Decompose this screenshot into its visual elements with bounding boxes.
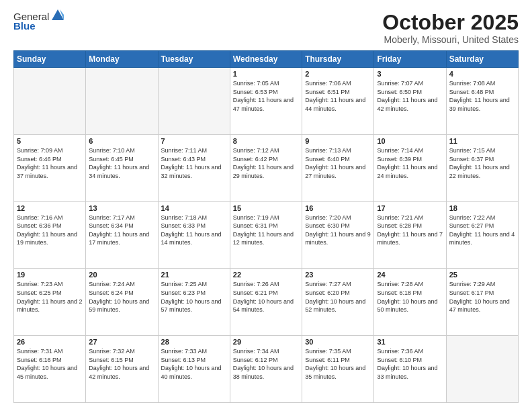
table-row: 23Sunrise: 7:27 AM Sunset: 6:20 PM Dayli… [302, 269, 374, 336]
day-number: 30 [305, 338, 371, 346]
calendar-week-3: 12Sunrise: 7:16 AM Sunset: 6:36 PM Dayli… [14, 201, 519, 269]
title-month: October 2025 [382, 11, 519, 34]
day-number: 9 [305, 137, 371, 145]
table-row: 11Sunrise: 7:15 AM Sunset: 6:37 PM Dayli… [446, 134, 518, 201]
day-info: Sunrise: 7:27 AM Sunset: 6:20 PM Dayligh… [305, 280, 371, 314]
day-info: Sunrise: 7:05 AM Sunset: 6:53 PM Dayligh… [233, 79, 299, 113]
day-info: Sunrise: 7:20 AM Sunset: 6:30 PM Dayligh… [305, 214, 371, 247]
day-info: Sunrise: 7:33 AM Sunset: 6:13 PM Dayligh… [161, 347, 227, 381]
col-sunday: Sunday [14, 51, 86, 68]
table-row: 24Sunrise: 7:28 AM Sunset: 6:18 PM Dayli… [374, 269, 446, 336]
day-number: 19 [17, 271, 83, 279]
col-wednesday: Wednesday [230, 51, 302, 68]
day-number: 7 [161, 137, 227, 145]
col-friday: Friday [374, 51, 446, 68]
day-info: Sunrise: 7:29 AM Sunset: 6:17 PM Dayligh… [449, 280, 515, 314]
day-number: 22 [233, 271, 299, 279]
col-thursday: Thursday [302, 51, 374, 68]
logo-icon [50, 8, 65, 23]
day-info: Sunrise: 7:28 AM Sunset: 6:18 PM Dayligh… [377, 280, 443, 314]
day-info: Sunrise: 7:24 AM Sunset: 6:24 PM Dayligh… [89, 280, 154, 314]
table-row: 16Sunrise: 7:20 AM Sunset: 6:30 PM Dayli… [302, 201, 374, 269]
table-row [158, 68, 230, 135]
logo-blue-text: Blue [13, 20, 36, 32]
day-info: Sunrise: 7:31 AM Sunset: 6:16 PM Dayligh… [17, 347, 83, 381]
table-row [14, 68, 86, 135]
table-row: 26Sunrise: 7:31 AM Sunset: 6:16 PM Dayli… [14, 336, 86, 403]
page: General Blue October 2025 Moberly, Misso… [0, 0, 532, 411]
day-info: Sunrise: 7:07 AM Sunset: 6:50 PM Dayligh… [377, 79, 443, 113]
table-row: 14Sunrise: 7:18 AM Sunset: 6:33 PM Dayli… [158, 201, 230, 269]
table-row [446, 336, 518, 403]
day-info: Sunrise: 7:14 AM Sunset: 6:39 PM Dayligh… [377, 146, 443, 180]
table-row: 25Sunrise: 7:29 AM Sunset: 6:17 PM Dayli… [446, 269, 518, 336]
table-row: 3Sunrise: 7:07 AM Sunset: 6:50 PM Daylig… [374, 68, 446, 135]
day-number: 31 [377, 338, 443, 346]
day-number: 26 [17, 338, 83, 346]
table-row: 4Sunrise: 7:08 AM Sunset: 6:48 PM Daylig… [446, 68, 518, 135]
day-number: 12 [17, 204, 83, 212]
day-number: 5 [17, 137, 83, 145]
day-number: 17 [377, 204, 443, 212]
day-info: Sunrise: 7:11 AM Sunset: 6:43 PM Dayligh… [161, 146, 227, 180]
table-row: 30Sunrise: 7:35 AM Sunset: 6:11 PM Dayli… [302, 336, 374, 403]
day-number: 8 [233, 137, 299, 145]
day-info: Sunrise: 7:35 AM Sunset: 6:11 PM Dayligh… [305, 347, 371, 381]
calendar-week-4: 19Sunrise: 7:23 AM Sunset: 6:25 PM Dayli… [14, 269, 519, 336]
table-row: 20Sunrise: 7:24 AM Sunset: 6:24 PM Dayli… [86, 269, 158, 336]
day-info: Sunrise: 7:17 AM Sunset: 6:34 PM Dayligh… [89, 214, 154, 247]
day-number: 25 [449, 271, 515, 279]
table-row: 27Sunrise: 7:32 AM Sunset: 6:15 PM Dayli… [86, 336, 158, 403]
day-number: 13 [89, 204, 154, 212]
day-info: Sunrise: 7:16 AM Sunset: 6:36 PM Dayligh… [17, 214, 83, 247]
calendar-week-5: 26Sunrise: 7:31 AM Sunset: 6:16 PM Dayli… [14, 336, 519, 403]
table-row: 18Sunrise: 7:22 AM Sunset: 6:27 PM Dayli… [446, 201, 518, 269]
table-row: 9Sunrise: 7:13 AM Sunset: 6:40 PM Daylig… [302, 134, 374, 201]
col-saturday: Saturday [446, 51, 518, 68]
calendar-week-1: 1Sunrise: 7:05 AM Sunset: 6:53 PM Daylig… [14, 68, 519, 135]
day-number: 4 [449, 70, 515, 78]
day-number: 23 [305, 271, 371, 279]
col-monday: Monday [86, 51, 158, 68]
day-info: Sunrise: 7:19 AM Sunset: 6:31 PM Dayligh… [233, 214, 299, 247]
day-number: 27 [89, 338, 154, 346]
day-info: Sunrise: 7:10 AM Sunset: 6:45 PM Dayligh… [89, 146, 154, 180]
day-info: Sunrise: 7:09 AM Sunset: 6:46 PM Dayligh… [17, 146, 83, 180]
day-number: 18 [449, 204, 515, 212]
day-info: Sunrise: 7:22 AM Sunset: 6:27 PM Dayligh… [449, 214, 515, 247]
day-info: Sunrise: 7:25 AM Sunset: 6:23 PM Dayligh… [161, 280, 227, 314]
table-row: 10Sunrise: 7:14 AM Sunset: 6:39 PM Dayli… [374, 134, 446, 201]
day-info: Sunrise: 7:34 AM Sunset: 6:12 PM Dayligh… [233, 347, 299, 381]
day-info: Sunrise: 7:32 AM Sunset: 6:15 PM Dayligh… [89, 347, 154, 381]
day-number: 11 [449, 137, 515, 145]
table-row: 13Sunrise: 7:17 AM Sunset: 6:34 PM Dayli… [86, 201, 158, 269]
table-row: 28Sunrise: 7:33 AM Sunset: 6:13 PM Dayli… [158, 336, 230, 403]
day-info: Sunrise: 7:06 AM Sunset: 6:51 PM Dayligh… [305, 79, 371, 113]
day-number: 14 [161, 204, 227, 212]
col-tuesday: Tuesday [158, 51, 230, 68]
day-info: Sunrise: 7:36 AM Sunset: 6:10 PM Dayligh… [377, 347, 443, 381]
table-row: 5Sunrise: 7:09 AM Sunset: 6:46 PM Daylig… [14, 134, 86, 201]
day-info: Sunrise: 7:12 AM Sunset: 6:42 PM Dayligh… [233, 146, 299, 180]
table-row: 31Sunrise: 7:36 AM Sunset: 6:10 PM Dayli… [374, 336, 446, 403]
day-number: 28 [161, 338, 227, 346]
table-row: 15Sunrise: 7:19 AM Sunset: 6:31 PM Dayli… [230, 201, 302, 269]
day-info: Sunrise: 7:21 AM Sunset: 6:28 PM Dayligh… [377, 214, 443, 247]
calendar-header-row: Sunday Monday Tuesday Wednesday Thursday… [14, 51, 519, 68]
day-number: 29 [233, 338, 299, 346]
day-number: 6 [89, 137, 154, 145]
table-row: 19Sunrise: 7:23 AM Sunset: 6:25 PM Dayli… [14, 269, 86, 336]
day-info: Sunrise: 7:15 AM Sunset: 6:37 PM Dayligh… [449, 146, 515, 180]
logo: General Blue [13, 11, 65, 32]
day-number: 3 [377, 70, 443, 78]
day-number: 20 [89, 271, 154, 279]
table-row: 7Sunrise: 7:11 AM Sunset: 6:43 PM Daylig… [158, 134, 230, 201]
day-info: Sunrise: 7:23 AM Sunset: 6:25 PM Dayligh… [17, 280, 83, 314]
calendar-week-2: 5Sunrise: 7:09 AM Sunset: 6:46 PM Daylig… [14, 134, 519, 201]
day-number: 24 [377, 271, 443, 279]
table-row: 2Sunrise: 7:06 AM Sunset: 6:51 PM Daylig… [302, 68, 374, 135]
day-info: Sunrise: 7:08 AM Sunset: 6:48 PM Dayligh… [449, 79, 515, 113]
table-row: 17Sunrise: 7:21 AM Sunset: 6:28 PM Dayli… [374, 201, 446, 269]
day-number: 2 [305, 70, 371, 78]
table-row: 1Sunrise: 7:05 AM Sunset: 6:53 PM Daylig… [230, 68, 302, 135]
